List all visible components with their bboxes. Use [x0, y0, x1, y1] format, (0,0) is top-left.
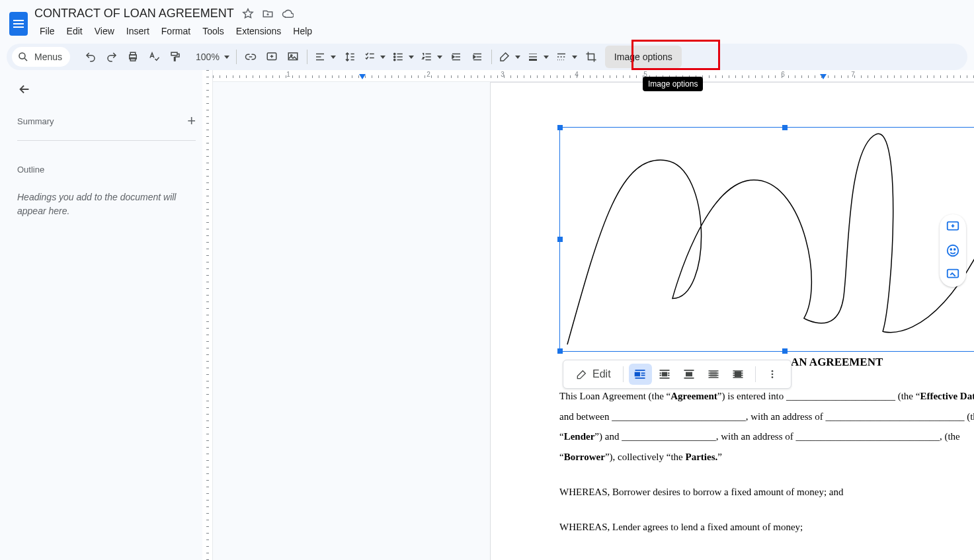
search-icon — [17, 51, 29, 63]
line-spacing-button[interactable] — [340, 47, 360, 67]
wrap-inline-button[interactable] — [629, 364, 652, 385]
image-border-dash-button[interactable] — [553, 47, 580, 67]
svg-rect-11 — [635, 373, 640, 376]
svg-rect-15 — [735, 372, 741, 377]
doc-title[interactable]: CONTRACT OF LOAN AGREEMENT — [34, 7, 234, 20]
docs-header: CONTRACT OF LOAN AGREEMENT File Edit Vie… — [0, 0, 974, 41]
menu-edit[interactable]: Edit — [61, 23, 88, 39]
svg-point-21 — [950, 249, 952, 250]
svg-rect-2 — [130, 52, 136, 55]
undo-button[interactable] — [81, 47, 101, 67]
suggest-edits-fab[interactable] — [946, 267, 960, 282]
svg-point-9 — [393, 56, 395, 58]
numbered-list-button[interactable] — [418, 47, 445, 67]
selected-image-frame[interactable] — [559, 127, 974, 352]
outline-empty-text: Headings you add to the document will ap… — [17, 190, 196, 218]
menu-format[interactable]: Format — [156, 23, 196, 39]
menu-insert[interactable]: Insert — [121, 23, 155, 39]
summary-heading: Summary — [17, 116, 54, 126]
horizontal-ruler[interactable]: 1 2 3 4 5 6 7 — [213, 70, 974, 82]
svg-point-17 — [772, 374, 774, 376]
in-front-text-button[interactable] — [727, 364, 750, 385]
image-border-weight-button[interactable] — [524, 47, 551, 67]
menus-label: Menus — [34, 52, 62, 62]
image-more-options-button[interactable] — [761, 364, 784, 385]
checklist-button[interactable] — [361, 47, 388, 67]
svg-point-16 — [772, 370, 774, 372]
docs-logo[interactable] — [5, 7, 32, 41]
signature-drawing — [560, 128, 974, 351]
move-icon[interactable] — [262, 8, 274, 20]
print-button[interactable] — [123, 47, 143, 67]
insert-link-button[interactable] — [241, 47, 261, 67]
pencil-icon — [577, 369, 587, 380]
menus-search-button[interactable]: Menus — [12, 47, 70, 67]
svg-point-10 — [393, 59, 395, 60]
svg-rect-12 — [663, 373, 667, 376]
menu-view[interactable]: View — [89, 23, 120, 39]
doc-paragraph: WHEREAS, Lender agrees to lend a fixed a… — [559, 517, 974, 538]
star-icon[interactable] — [242, 8, 254, 20]
zoom-dropdown[interactable]: 100% — [193, 47, 232, 67]
doc-heading-fragment: AN AGREEMENT — [791, 351, 974, 374]
crop-image-button[interactable] — [581, 47, 601, 67]
menu-extensions[interactable]: Extensions — [231, 23, 286, 39]
doc-paragraph: WHEREAS, Borrower desires to borrow a fi… — [559, 482, 974, 502]
bulleted-list-button[interactable] — [389, 47, 417, 67]
break-text-button[interactable] — [678, 364, 701, 385]
menu-file[interactable]: File — [34, 23, 60, 39]
menu-help[interactable]: Help — [288, 23, 317, 39]
image-border-color-button[interactable] — [496, 47, 523, 67]
menu-bar: File Edit View Insert Format Tools Exten… — [34, 23, 317, 39]
increase-indent-button[interactable] — [467, 47, 487, 67]
image-float-toolbar: Edit — [563, 360, 791, 389]
add-comment-button[interactable] — [262, 47, 282, 67]
edit-image-button[interactable]: Edit — [570, 364, 618, 385]
align-button[interactable] — [311, 47, 339, 67]
decrease-indent-button[interactable] — [446, 47, 466, 67]
cloud-status-icon[interactable] — [282, 8, 294, 20]
spellcheck-button[interactable] — [144, 47, 164, 67]
paint-format-button[interactable] — [165, 47, 185, 67]
insert-image-button[interactable] — [283, 47, 303, 67]
side-action-pill — [940, 214, 966, 287]
add-emoji-fab[interactable] — [946, 243, 960, 258]
svg-point-0 — [19, 53, 25, 59]
svg-point-18 — [772, 376, 774, 378]
toolbar: Menus 100% Image options — [7, 44, 967, 70]
svg-point-8 — [393, 53, 395, 54]
image-options-button[interactable]: Image options — [605, 46, 682, 68]
workspace: Summary + Outline Headings you add to th… — [0, 70, 974, 560]
redo-button[interactable] — [102, 47, 122, 67]
svg-rect-4 — [171, 52, 177, 56]
svg-rect-14 — [710, 372, 717, 377]
outline-sidepanel: Summary + Outline Headings you add to th… — [0, 70, 202, 560]
behind-text-button[interactable] — [702, 364, 725, 385]
svg-point-22 — [954, 249, 955, 250]
image-options-tooltip: Image options — [643, 77, 703, 91]
document-canvas[interactable]: 1 2 3 4 5 6 7 AN AGREEMENT This Loan Agr… — [202, 70, 974, 560]
vertical-ruler[interactable] — [202, 70, 213, 560]
add-summary-button[interactable]: + — [187, 112, 196, 130]
wrap-text-button[interactable] — [653, 364, 676, 385]
menu-tools[interactable]: Tools — [197, 23, 229, 39]
svg-rect-13 — [686, 373, 692, 376]
close-outline-button[interactable] — [17, 82, 192, 100]
svg-point-20 — [948, 245, 959, 257]
outline-heading: Outline — [17, 165, 192, 175]
add-comment-fab[interactable] — [946, 220, 960, 234]
